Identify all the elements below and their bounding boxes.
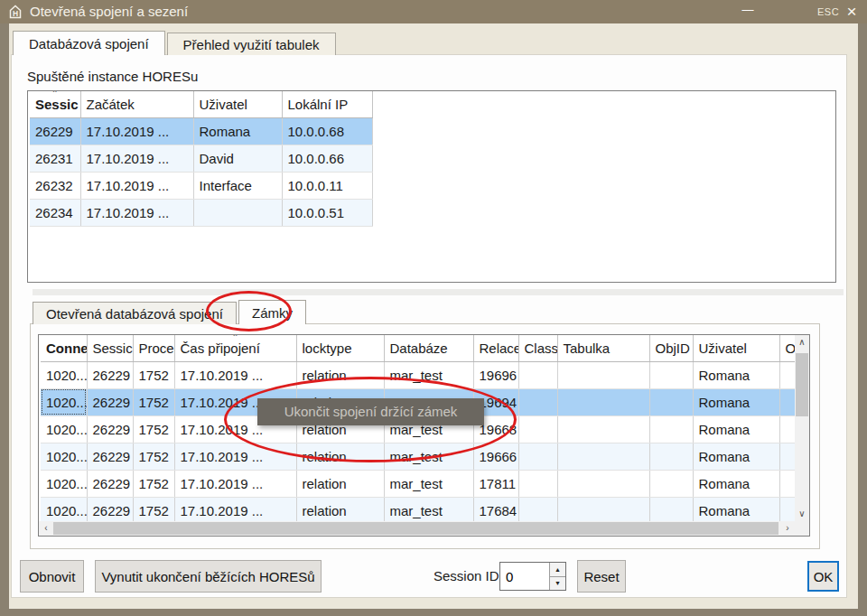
esc-hint[interactable]: ESC (817, 0, 839, 23)
table-row[interactable]: 2623117.10.2019 ...David10.0.0.66 (30, 145, 372, 172)
table-row[interactable]: 1020...26229175217.10.2019 ...relationma… (41, 470, 795, 497)
table-cell[interactable]: Romana (693, 361, 779, 388)
table-cell[interactable] (557, 470, 649, 497)
scroll-down-icon[interactable]: ∨ (795, 507, 809, 521)
table-cell[interactable] (779, 443, 795, 470)
table-cell[interactable] (779, 497, 795, 521)
column-header-0[interactable]: ˆSessic (30, 91, 80, 117)
table-cell[interactable] (557, 388, 649, 415)
tab-open-db-connections[interactable]: Otevřená databázová spojení (33, 302, 237, 324)
column-header-2[interactable]: Proces (133, 335, 174, 361)
table-cell[interactable]: 10.0.0.11 (282, 172, 372, 199)
tab-database-connections[interactable]: Databázová spojení (13, 31, 165, 55)
horizontal-scrollbar-thumb[interactable] (53, 522, 778, 535)
table-cell[interactable] (649, 415, 693, 443)
table-cell[interactable]: Romana (693, 497, 779, 521)
spin-down-icon[interactable]: ▼ (550, 577, 565, 591)
table-cell[interactable]: relation (296, 470, 384, 497)
table-cell[interactable] (649, 470, 693, 497)
table-cell[interactable]: mar_test (384, 497, 473, 521)
table-cell[interactable]: 1020... (41, 497, 87, 521)
horizontal-scrollbar[interactable]: ‹ › (39, 521, 795, 536)
column-header-10[interactable]: Uživatel (693, 335, 779, 361)
table-row[interactable]: 2622917.10.2019 ...Romana10.0.0.68 (30, 117, 372, 145)
column-header-11[interactable]: Ob (779, 335, 795, 361)
table-cell[interactable]: 19696 (473, 361, 518, 388)
table-cell[interactable]: Interface (193, 172, 282, 199)
table-cell[interactable]: 26229 (87, 388, 133, 415)
column-header-9[interactable]: ObjID (649, 335, 693, 361)
table-cell[interactable]: 26229 (87, 443, 133, 470)
table-cell[interactable] (779, 361, 795, 388)
table-cell[interactable]: 17.10.2019 ... (80, 172, 193, 199)
vertical-scrollbar[interactable]: ∧ ∨ (795, 335, 809, 521)
table-cell[interactable]: 1752 (133, 361, 174, 388)
table-cell[interactable] (779, 388, 795, 415)
refresh-button[interactable]: Obnovit (20, 560, 84, 593)
column-header-4[interactable]: locktype (296, 335, 384, 361)
table-cell[interactable]: 17.10.2019 ... (174, 470, 296, 497)
column-header-6[interactable]: Relace (473, 335, 518, 361)
table-cell[interactable]: 1020... (41, 388, 87, 415)
column-header-7[interactable]: ClassI (518, 335, 557, 361)
instances-table[interactable]: ˆSessicZačátekUživatelLokální IP 2622917… (30, 91, 373, 227)
scroll-left-icon[interactable]: ‹ (39, 521, 53, 536)
table-cell[interactable] (779, 415, 795, 443)
table-cell[interactable]: Romana (693, 443, 779, 470)
vertical-scrollbar-thumb[interactable] (796, 353, 808, 416)
scroll-up-icon[interactable]: ∧ (795, 335, 809, 350)
table-cell[interactable] (649, 497, 693, 521)
table-cell[interactable]: 26229 (87, 497, 133, 521)
table-cell[interactable]: 17.10.2019 ... (80, 117, 193, 145)
table-cell[interactable]: Romana (693, 415, 779, 443)
table-cell[interactable]: 26231 (30, 145, 80, 172)
table-cell[interactable]: 10.0.0.66 (282, 145, 372, 172)
table-cell[interactable] (557, 443, 649, 470)
column-header-1[interactable]: Sessic (87, 335, 133, 361)
column-header-8[interactable]: Tabulka (557, 335, 649, 361)
table-cell[interactable] (193, 199, 282, 226)
table-cell[interactable] (518, 443, 557, 470)
table-row[interactable]: 1020...26229175217.10.2019 ...relationma… (41, 443, 795, 470)
table-cell[interactable]: relation (296, 361, 384, 388)
ok-button[interactable]: OK (807, 561, 839, 592)
spin-up-icon[interactable]: ▲ (550, 563, 565, 577)
column-header-0[interactable]: Conne (41, 335, 87, 361)
table-cell[interactable]: 1020... (41, 361, 87, 388)
table-cell[interactable]: 26229 (30, 117, 80, 145)
table-row[interactable]: 2623417.10.2019 ...10.0.0.51 (30, 199, 372, 226)
table-cell[interactable]: 17.10.2019 ... (174, 497, 296, 521)
table-cell[interactable] (518, 415, 557, 443)
table-cell[interactable]: 1752 (133, 443, 174, 470)
table-row[interactable]: 1020...26229175217.10.2019 ...relationma… (41, 361, 795, 388)
table-cell[interactable]: relation (296, 443, 384, 470)
table-cell[interactable]: 10.0.0.51 (282, 199, 372, 226)
table-cell[interactable]: 10.0.0.68 (282, 117, 372, 145)
table-cell[interactable]: 17.10.2019 ... (80, 145, 193, 172)
table-cell[interactable] (557, 497, 649, 521)
table-cell[interactable] (779, 470, 795, 497)
column-header-1[interactable]: Začátek (80, 91, 193, 117)
table-cell[interactable]: 26229 (87, 470, 133, 497)
tab-locks[interactable]: Zámky (238, 300, 306, 324)
table-cell[interactable]: mar_test (384, 361, 473, 388)
column-header-5[interactable]: Databáze (384, 335, 473, 361)
table-cell[interactable]: David (193, 145, 282, 172)
reset-button[interactable]: Reset (577, 560, 626, 593)
table-cell[interactable]: Romana (693, 470, 779, 497)
scroll-right-icon[interactable]: › (780, 521, 795, 536)
table-cell[interactable]: 1020... (41, 415, 87, 443)
locks-table[interactable]: ConneSessicProcesˆČas připojenílocktypeD… (41, 335, 795, 521)
table-cell[interactable] (518, 388, 557, 415)
column-header-3[interactable]: ˆČas připojení (174, 335, 296, 361)
table-cell[interactable]: 17.10.2019 ... (80, 199, 193, 226)
table-row[interactable]: 2623217.10.2019 ...Interface10.0.0.11 (30, 172, 372, 199)
table-cell[interactable]: 19666 (473, 443, 518, 470)
table-cell[interactable]: 1752 (133, 388, 174, 415)
table-cell[interactable] (557, 361, 649, 388)
table-cell[interactable]: 26229 (87, 361, 133, 388)
table-cell[interactable]: 1020... (41, 470, 87, 497)
table-cell[interactable]: 1020... (41, 443, 87, 470)
table-cell[interactable] (518, 470, 557, 497)
force-quit-hores-button[interactable]: Vynutit ukončení běžících HORESů (95, 560, 322, 593)
